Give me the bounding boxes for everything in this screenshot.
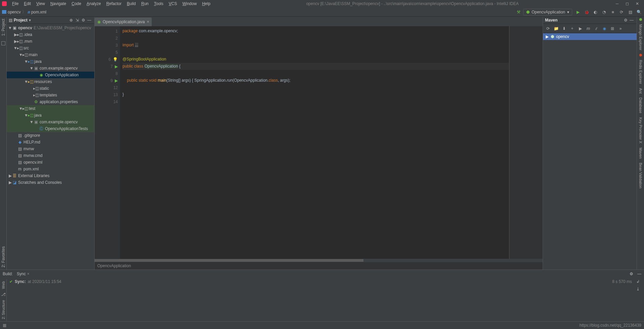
- tree-item[interactable]: ▼▸◫main: [7, 51, 94, 58]
- collapse-all-icon[interactable]: ⇲: [74, 18, 80, 23]
- status-tool-icon[interactable]: ▦: [3, 323, 6, 328]
- menu-navigate[interactable]: Navigate: [48, 1, 69, 7]
- breadcrumb-file[interactable]: m pom.xml: [28, 10, 47, 14]
- tree-item[interactable]: ▸◫templates: [7, 92, 94, 98]
- hide-icon[interactable]: —: [637, 272, 641, 276]
- maximize-button[interactable]: ◻: [623, 0, 632, 7]
- run-config-selector[interactable]: ⬢ OpencvApplication ▾: [523, 9, 572, 15]
- run-button[interactable]: ▶: [575, 9, 581, 15]
- right-tool-maven[interactable]: Maven: [639, 146, 643, 161]
- tree-item[interactable]: ▸◫static: [7, 85, 94, 92]
- editor-code[interactable]: package com.example.opencv;import ...@Sp…: [120, 26, 509, 259]
- maven-m-icon[interactable]: m: [585, 26, 591, 31]
- stop-button[interactable]: ■: [610, 9, 616, 15]
- tree-root[interactable]: ▼ ▣ opencv E:\JavaEE\SSM_Project\opencv: [7, 25, 94, 31]
- show-diagram-icon[interactable]: ⊞: [609, 26, 615, 31]
- project-tree[interactable]: ▼ ▣ opencv E:\JavaEE\SSM_Project\opencv …: [7, 24, 94, 270]
- settings-icon[interactable]: ⚙: [80, 18, 86, 23]
- search-everywhere-button[interactable]: 🔍: [636, 9, 642, 15]
- menu-analyze[interactable]: Analyze: [84, 1, 104, 7]
- right-tool-db[interactable]: Database: [639, 95, 643, 115]
- locate-icon[interactable]: ⊕: [68, 18, 74, 23]
- right-tool-ant[interactable]: Ant: [639, 86, 643, 96]
- debug-button[interactable]: 🐞: [584, 9, 590, 15]
- menu-help[interactable]: Help: [199, 1, 213, 7]
- soft-wrap-icon[interactable]: ↲: [636, 279, 640, 284]
- sync-row[interactable]: ✔ Sync: at 2020/1/11 15:54: [9, 279, 177, 284]
- coverage-button[interactable]: ◐: [592, 9, 598, 15]
- add-icon[interactable]: ＋: [569, 26, 575, 31]
- tree-item[interactable]: ▼▸◫java: [7, 58, 94, 65]
- breadcrumb-root[interactable]: opencv: [2, 10, 21, 14]
- tree-item[interactable]: ▼▣com.example.opencv: [7, 65, 94, 72]
- tree-item[interactable]: mpom.xml: [7, 166, 94, 172]
- build-tree[interactable]: ✔ Sync: at 2020/1/11 15:54: [7, 278, 179, 321]
- right-tool-kpx[interactable]: Key Promoter X: [639, 115, 643, 146]
- menu-vcs[interactable]: VCS: [166, 1, 180, 7]
- right-tool-redis[interactable]: Redis Explorer: [639, 58, 643, 86]
- scroll-end-icon[interactable]: ⤓: [636, 287, 640, 291]
- editor-breadcrumb[interactable]: OpencvApplication: [95, 262, 543, 270]
- run-maven-icon[interactable]: ▶: [577, 26, 583, 31]
- download-sources-icon[interactable]: ⬇: [561, 26, 567, 31]
- update-button[interactable]: ⟳: [618, 9, 625, 15]
- favorites-tool-button[interactable]: 2: Favorites: [1, 244, 6, 270]
- toggle-offline-icon[interactable]: ◉: [601, 26, 607, 31]
- menu-file[interactable]: File: [9, 1, 21, 7]
- tree-item[interactable]: ▤.gitignore: [7, 132, 94, 139]
- tree-item[interactable]: ▼▸◫src: [7, 45, 94, 51]
- editor-gutter[interactable]: 12356💡7▶89▶121314: [95, 26, 120, 259]
- profiler-button[interactable]: ◔: [601, 9, 607, 15]
- hide-icon[interactable]: —: [629, 18, 635, 23]
- editor-tab[interactable]: ◉ OpencvApplication.java ×: [95, 17, 152, 26]
- tree-item[interactable]: ▶▸◫.idea: [7, 31, 94, 38]
- horizontal-scrollbar[interactable]: [95, 259, 543, 262]
- close-tab-icon[interactable]: ×: [147, 19, 149, 24]
- build-icon[interactable]: ⚒: [517, 10, 521, 14]
- menu-build[interactable]: Build: [124, 1, 139, 7]
- hide-icon[interactable]: —: [86, 18, 92, 23]
- tree-item[interactable]: ▼▸◫resources: [7, 78, 94, 85]
- reimport-icon[interactable]: ⟳: [545, 26, 551, 31]
- menu-window[interactable]: Window: [180, 1, 199, 7]
- settings-icon[interactable]: ⚙: [623, 18, 629, 23]
- tree-item[interactable]: ◆HELP.md: [7, 139, 94, 146]
- tree-item[interactable]: ▼▸◫java: [7, 112, 94, 119]
- menu-refactor[interactable]: Refactor: [104, 1, 124, 7]
- menu-edit[interactable]: Edit: [21, 1, 34, 7]
- tree-item[interactable]: ▤mvnw: [7, 146, 94, 152]
- web-tool-button[interactable]: Web: [1, 279, 5, 291]
- bookmark-icon[interactable]: [1, 41, 5, 45]
- maven-tree[interactable]: ▶ ⬢ opencv: [543, 33, 637, 270]
- tree-external-libs[interactable]: ▶ ☰ External Libraries: [7, 172, 94, 179]
- project-panel-title[interactable]: Project: [14, 18, 28, 23]
- project-structure-button[interactable]: ▤: [627, 9, 633, 15]
- minimize-button[interactable]: ─: [612, 0, 622, 7]
- menu-run[interactable]: Run: [139, 1, 151, 7]
- more-icon[interactable]: »: [617, 26, 624, 31]
- minimap[interactable]: [509, 26, 543, 259]
- tree-item[interactable]: ▤mvnw.cmd: [7, 152, 94, 159]
- menu-code[interactable]: Code: [69, 1, 84, 7]
- generate-sources-icon[interactable]: 📁: [553, 26, 559, 31]
- settings-icon[interactable]: ⚙: [630, 272, 633, 276]
- git-icon[interactable]: ⎇: [1, 292, 6, 297]
- right-tool-mongo[interactable]: Mongo Explorer: [639, 22, 643, 52]
- toggle-skip-tests-icon[interactable]: ⫽: [593, 26, 599, 31]
- tree-item[interactable]: ⚙application.properties: [7, 98, 94, 105]
- menu-view[interactable]: View: [34, 1, 48, 7]
- right-tool-bean[interactable]: Bean Validation: [639, 161, 643, 190]
- build-tab-sync[interactable]: Sync ×: [17, 272, 30, 276]
- tree-scratches[interactable]: ▶ ◪ Scratches and Consoles: [7, 179, 94, 186]
- close-tab-icon[interactable]: ×: [27, 272, 30, 276]
- tree-item[interactable]: ▼▣com.example.opencv: [7, 119, 94, 125]
- project-tool-button[interactable]: 1: Project: [1, 17, 6, 38]
- maven-project-row[interactable]: ▶ ⬢ opencv: [543, 33, 637, 40]
- tree-item[interactable]: ▤opencv.iml: [7, 159, 94, 166]
- tree-item[interactable]: ▶▸◫.mvn: [7, 38, 94, 45]
- tree-item[interactable]: ▼▸◫test: [7, 105, 94, 112]
- tree-item[interactable]: ⒸOpencvApplicationTests: [7, 125, 94, 132]
- close-button[interactable]: ✕: [633, 0, 642, 7]
- menu-tools[interactable]: Tools: [151, 1, 166, 7]
- dropdown-icon[interactable]: ▾: [29, 18, 31, 23]
